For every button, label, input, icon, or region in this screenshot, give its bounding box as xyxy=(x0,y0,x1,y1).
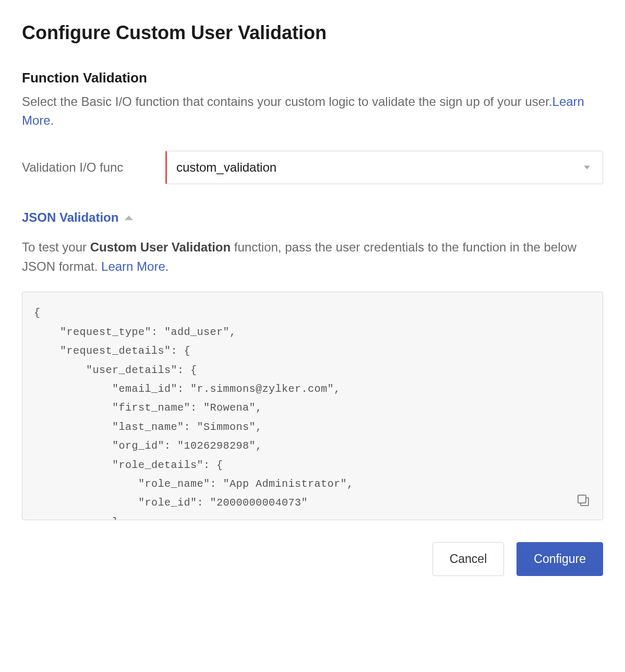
json-validation-toggle[interactable]: JSON Validation xyxy=(22,210,603,225)
json-validation-heading: JSON Validation xyxy=(22,210,118,225)
validation-func-select[interactable]: custom_validation xyxy=(165,151,603,184)
json-code-text: { "request_type": "add_user", "request_d… xyxy=(34,307,354,520)
validation-func-selected-value: custom_validation xyxy=(176,160,277,175)
copy-icon[interactable] xyxy=(578,495,589,506)
json-validation-description: To test your Custom User Validation func… xyxy=(22,237,603,276)
validation-func-label: Validation I/O func xyxy=(22,160,165,175)
page-title: Configure Custom User Validation xyxy=(22,22,603,44)
function-validation-description-text: Select the Basic I/O function that conta… xyxy=(22,94,552,109)
button-row: Cancel Configure xyxy=(22,542,603,576)
json-validation-learn-more-link[interactable]: Learn More. xyxy=(101,259,169,273)
triangle-up-icon xyxy=(125,215,133,220)
json-code-block: { "request_type": "add_user", "request_d… xyxy=(22,292,603,520)
validation-func-row: Validation I/O func custom_validation xyxy=(22,151,603,184)
function-validation-heading: Function Validation xyxy=(22,70,603,86)
function-validation-description: Select the Basic I/O function that conta… xyxy=(22,92,603,130)
json-validation-desc-pre: To test your xyxy=(22,240,90,254)
cancel-button[interactable]: Cancel xyxy=(432,542,504,576)
configure-button[interactable]: Configure xyxy=(516,542,603,576)
json-validation-desc-strong: Custom User Validation xyxy=(90,240,231,254)
chevron-down-icon xyxy=(584,166,590,170)
